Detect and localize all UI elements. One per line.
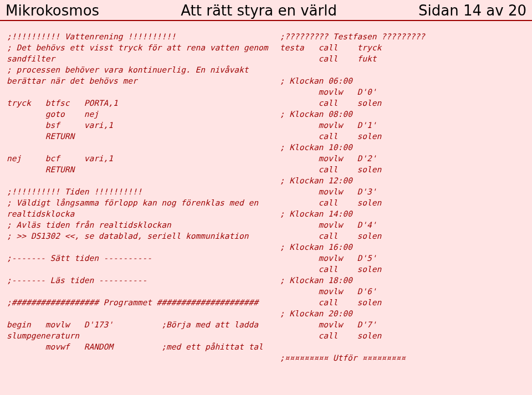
doc-title-center: Att rätt styra en värld — [181, 2, 337, 19]
page-indicator: Sidan 14 av 20 — [418, 2, 526, 19]
doc-title-left: Mikrokosmos — [6, 2, 99, 19]
code-columns: ;!!!!!!!!!! Vattenrening !!!!!!!!!! ; De… — [0, 21, 532, 395]
code-column-left: ;!!!!!!!!!! Vattenrening !!!!!!!!!! ; De… — [7, 31, 271, 395]
code-column-right: ;????????? Testfasen ????????? testa cal… — [280, 31, 526, 395]
page-header: Mikrokosmos Att rätt styra en värld Sida… — [0, 0, 532, 21]
